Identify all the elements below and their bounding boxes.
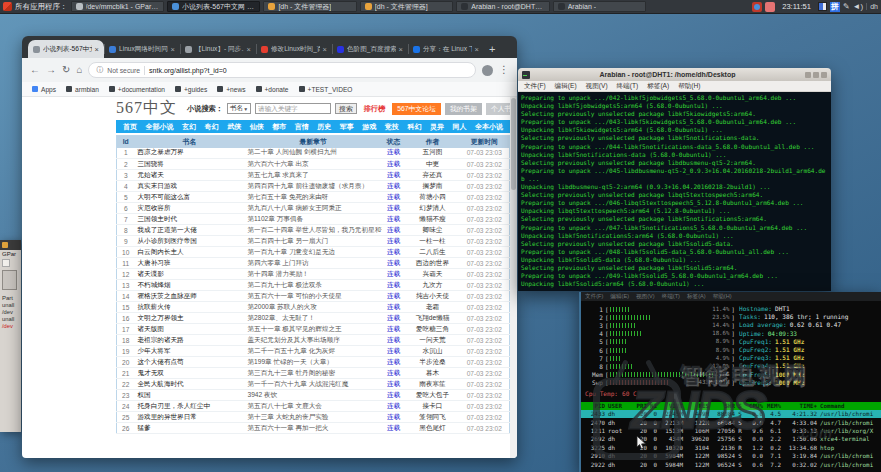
novel-title-link[interactable]: 抗联薪火传 — [135, 302, 245, 313]
author-name[interactable]: 荷塘小四 — [406, 192, 460, 203]
process-row[interactable]: 2470 dh 20 0 2213M 122M 66084 S 0.0 4.7 … — [581, 418, 881, 426]
process-row[interactable]: 2433 dh 20 0 2245M 449M 88084 S 0.0 4.5 … — [581, 410, 881, 418]
bookmark-item[interactable]: +donate — [256, 86, 289, 93]
page-scrollbar[interactable] — [510, 97, 517, 458]
category-nav-item[interactable]: 仙侠 — [250, 122, 264, 132]
header-quick-button[interactable]: 567中文论坛 — [392, 103, 441, 115]
proc-col-pri[interactable]: PRI — [633, 403, 647, 409]
category-nav-item[interactable]: 游戏 — [362, 122, 376, 132]
htop-menu-item[interactable]: 终端(T) — [662, 293, 680, 301]
process-row[interactable]: 3225 dh 20 0 10320 3104 2136 R 1.2 0.2 1… — [581, 444, 881, 452]
gparted-partition-box[interactable] — [2, 270, 17, 290]
latest-chapter-link[interactable]: 第五百六十一章 可怕的小天使星 — [245, 291, 382, 302]
latest-chapter-link[interactable]: 第十四章 潜力奖励！ — [245, 269, 382, 280]
latest-chapter-link[interactable]: 第九百八十八章 病娇女王阿秉正 — [245, 203, 382, 214]
tab-close-icon[interactable]: × — [171, 45, 175, 54]
search-input[interactable] — [255, 103, 331, 114]
status-badge[interactable]: 连载 — [382, 181, 406, 192]
clock[interactable]: 23:11:51 — [782, 2, 811, 11]
tray-browser-icon[interactable] — [752, 2, 762, 12]
status-badge[interactable]: 连载 — [382, 390, 406, 401]
status-badge[interactable]: 连载 — [382, 379, 406, 390]
bookmark-item[interactable]: armbian — [66, 86, 99, 93]
htop-menu-item[interactable]: 帮助(H) — [713, 293, 732, 301]
scrollbar-thumb[interactable] — [511, 98, 516, 190]
gparted-menu[interactable]: GPar — [0, 250, 21, 258]
back-icon[interactable]: ← — [30, 65, 40, 75]
author-name[interactable]: 搁梦南 — [406, 181, 460, 192]
novel-title-link[interactable]: 霍格沃茨之血脉巫师 — [135, 291, 245, 302]
search-button[interactable]: 搜索 — [335, 103, 357, 114]
htop-menu-item[interactable]: 视图(V) — [636, 293, 655, 301]
browser-tab[interactable]: 【Linux】- 同步… × — [180, 40, 256, 58]
process-row[interactable]: 2692 dh 20 0 434M 39620 25756 S 0.0 2.2 … — [581, 435, 881, 443]
terminal-menu-item[interactable]: 编辑(E) — [555, 82, 577, 91]
ime-keyboard-icon[interactable] — [818, 2, 827, 11]
terminal-titlebar[interactable]: Arabian - root@DHT1: /home/dh/Desktop — [518, 68, 831, 81]
browser-tab[interactable]: 分享：在 Linux 下… × — [408, 40, 484, 58]
col-header-status[interactable]: 状态 — [382, 136, 406, 148]
proc-col-user[interactable]: USER — [605, 403, 633, 409]
status-badge[interactable]: 连载 — [382, 170, 406, 181]
status-badge[interactable]: 连载 — [382, 302, 406, 313]
latest-chapter-link[interactable]: 3942 夜饮 — [245, 390, 382, 401]
taskbar-window-button[interactable]: [dh - 文件管理器] — [263, 1, 356, 12]
novel-title-link[interactable]: 游戏里的异世界日常 — [135, 412, 245, 423]
category-nav-item[interactable]: 全本小说 — [475, 122, 503, 132]
htop-menu-item[interactable]: 标签(A) — [687, 293, 706, 301]
col-header-author[interactable]: 作者 — [406, 136, 460, 148]
author-name[interactable]: 半步沧桑 — [406, 357, 460, 368]
author-name[interactable]: 五河图 — [406, 148, 460, 159]
category-nav-item[interactable]: 玄幻 — [182, 122, 196, 132]
maximize-button[interactable] — [813, 72, 819, 78]
htop-body[interactable]: 1 [ 11.4% ] 2 [ 23.5% ] — [581, 301, 881, 472]
author-name[interactable]: 一问天荒 — [406, 335, 460, 346]
tab-close-icon[interactable]: × — [399, 45, 403, 54]
col-header-updated[interactable]: 更新时间 — [460, 136, 510, 148]
status-badge[interactable]: 连载 — [382, 192, 406, 203]
col-header-chapter[interactable]: 最新章节 — [245, 136, 382, 148]
bookmark-item[interactable]: +guides — [175, 86, 207, 93]
novel-title-link[interactable]: 真实末日游戏 — [135, 181, 245, 192]
forward-icon[interactable]: → — [46, 65, 56, 75]
proc-col-shr[interactable]: SHR — [709, 403, 735, 409]
ranking-link[interactable]: 排行榜 — [364, 104, 386, 114]
site-logo[interactable]: 567中文 — [116, 98, 177, 119]
col-header-id[interactable]: Id — [117, 136, 135, 148]
novel-title-link[interactable]: 文明之万界领主 — [135, 313, 245, 324]
author-name[interactable]: 九次方 — [406, 280, 460, 291]
minimize-button[interactable] — [805, 72, 811, 78]
category-nav-item[interactable]: 奇幻 — [205, 122, 219, 132]
status-badge[interactable]: 连载 — [382, 159, 406, 170]
novel-title-link[interactable]: 这个大佬有点苟 — [135, 357, 245, 368]
latest-chapter-link[interactable]: 第一千一百六十九章 大战混沌红魔 — [245, 379, 382, 390]
status-badge[interactable]: 连载 — [382, 423, 406, 434]
category-nav-item[interactable]: 言情 — [295, 122, 309, 132]
tab-close-icon[interactable]: × — [247, 45, 251, 54]
category-nav-item[interactable]: 全部小说 — [146, 122, 174, 132]
status-badge[interactable]: 连载 — [382, 346, 406, 357]
author-name[interactable]: 雨夜寒笙 — [406, 379, 460, 390]
novel-title-link[interactable]: 全民大航海时代 — [135, 379, 245, 390]
author-name[interactable]: 卿味尘 — [406, 225, 460, 236]
latest-chapter-link[interactable]: 第十三章 大蛇丸的丧尸实验 — [245, 412, 382, 423]
novel-title-link[interactable]: 少年大将军 — [135, 346, 245, 357]
htop-menu-item[interactable]: 文件(F) — [585, 293, 603, 301]
taskbar-window-button[interactable]: 小说列表-567中文网 sntk… — [167, 1, 260, 12]
proc-col-cpu[interactable]: CPU% — [745, 403, 763, 409]
terminal-output[interactable]: Preparing to unpack .../042-libkf5jobwid… — [518, 92, 831, 291]
bookmark-item[interactable]: Apps — [32, 86, 56, 93]
proc-col-pid[interactable]: PID — [581, 403, 605, 409]
browser-tab[interactable]: Linux网络时间同步 × — [104, 40, 180, 58]
gparted-partition-row[interactable]: unall — [0, 301, 21, 308]
status-badge[interactable]: 连载 — [382, 291, 406, 302]
status-badge[interactable]: 连载 — [382, 412, 406, 423]
author-name[interactable]: 中更 — [406, 159, 460, 170]
gparted-titlebar[interactable] — [0, 240, 21, 250]
novel-title-link[interactable]: 诸天谍影 — [135, 269, 245, 280]
novel-title-link[interactable]: 诸天版图 — [135, 324, 245, 335]
latest-chapter-link[interactable]: 第四百四十九章 前往遗物废墟（求月票） — [245, 181, 382, 192]
author-name[interactable]: 纯吉小天使 — [406, 291, 460, 302]
terminal-menu-item[interactable]: 视图(V) — [586, 82, 608, 91]
terminal-menu-item[interactable]: 帮助(H) — [678, 82, 700, 91]
